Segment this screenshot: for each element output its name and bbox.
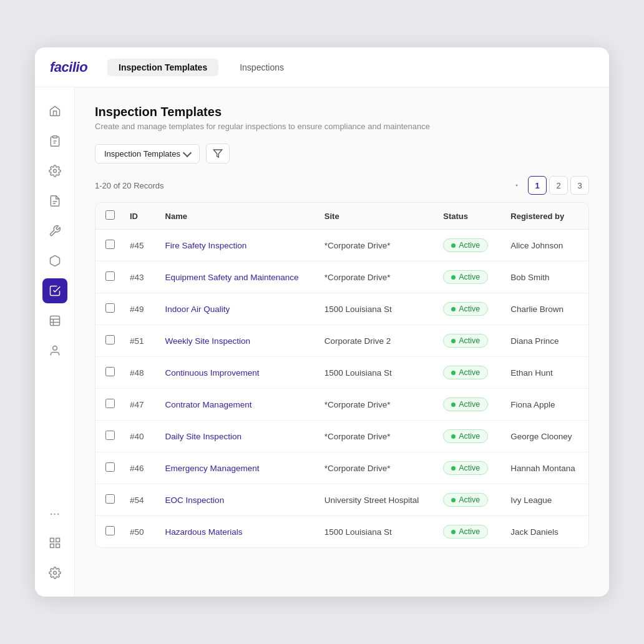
row-checkbox-0[interactable] (105, 240, 115, 249)
svg-point-3 (53, 170, 56, 173)
row-checkbox-5[interactable] (105, 399, 115, 408)
logo: facilio (50, 59, 87, 76)
row-id: #40 (120, 421, 155, 452)
row-name[interactable]: EOC Inspection (155, 484, 315, 516)
row-site: University Street Hospital (315, 484, 434, 516)
sidebar-home-icon[interactable] (42, 99, 67, 124)
row-checkbox-8[interactable] (105, 494, 115, 504)
sidebar-tool-icon[interactable] (42, 218, 67, 243)
status-dot-icon (451, 371, 456, 375)
page-subtitle: Create and manage templates for regular … (95, 122, 589, 131)
row-name[interactable]: Fire Safety Inspection (155, 230, 315, 261)
table-row: #49 Indoor Air Quality 1500 Louisiana St… (95, 293, 588, 325)
page-2-button[interactable]: 2 (549, 176, 568, 195)
filter-dropdown[interactable]: Inspection Templates (95, 144, 200, 163)
row-status: Active (433, 230, 500, 261)
svg-point-10 (52, 346, 57, 351)
status-dot-icon (451, 402, 456, 407)
row-name[interactable]: Equipment Safety and Maintenance (155, 261, 315, 293)
sidebar-more-icon[interactable]: ··· (49, 501, 60, 525)
header-registered: Registered by (500, 203, 588, 230)
main-layout: ··· Inspection Templates Create and mana… (35, 87, 609, 597)
page-3-button[interactable]: 3 (570, 176, 589, 195)
status-dot-icon (451, 339, 456, 343)
row-name[interactable]: Weekly Site Inspection (155, 325, 315, 357)
row-checkbox-cell (95, 230, 120, 261)
row-name[interactable]: Continuous Improvement (155, 357, 315, 389)
header-checkbox-col (95, 203, 120, 230)
sidebar-gear-icon[interactable] (42, 159, 67, 183)
header-site: Site (315, 203, 434, 230)
row-checkbox-2[interactable] (105, 303, 115, 313)
svg-rect-6 (50, 316, 59, 326)
row-site: *Corporate Drive* (315, 452, 434, 484)
page-1-button[interactable]: 1 (528, 176, 547, 195)
table-row: #50 Hazardous Materials 1500 Louisiana S… (95, 516, 588, 548)
tab-inspection-templates[interactable]: Inspection Templates (107, 59, 218, 76)
svg-rect-11 (50, 539, 54, 542)
sidebar-grid-icon[interactable] (42, 530, 67, 555)
row-registered: Diana Prince (500, 325, 588, 357)
row-checkbox-3[interactable] (105, 335, 115, 344)
records-bar: 1-20 of 20 Records 1 2 3 (95, 176, 589, 195)
status-badge: Active (443, 238, 488, 252)
table-row: #45 Fire Safety Inspection *Corporate Dr… (95, 230, 588, 261)
row-status: Active (433, 421, 500, 452)
svg-rect-0 (52, 136, 57, 138)
pagination-prev[interactable] (508, 177, 525, 194)
header-status: Status (433, 203, 500, 230)
row-registered: Jack Daniels (500, 516, 588, 548)
row-checkbox-cell (95, 325, 120, 357)
row-site: *Corporate Drive* (315, 230, 434, 261)
svg-rect-14 (50, 544, 54, 548)
header-id: ID (120, 203, 155, 230)
sidebar-box-icon[interactable] (42, 248, 67, 273)
row-checkbox-9[interactable] (105, 526, 115, 535)
row-checkbox-cell (95, 389, 120, 421)
row-checkbox-1[interactable] (105, 271, 115, 281)
row-name[interactable]: Contrator Management (155, 389, 315, 421)
row-id: #45 (120, 230, 155, 261)
row-checkbox-4[interactable] (105, 367, 115, 376)
status-badge: Active (443, 461, 488, 475)
row-site: 1500 Louisiana St (315, 293, 434, 325)
sidebar: ··· (35, 87, 75, 597)
row-name[interactable]: Emergency Management (155, 452, 315, 484)
row-id: #47 (120, 389, 155, 421)
tab-inspections[interactable]: Inspections (228, 59, 295, 76)
status-dot-icon (451, 275, 456, 280)
row-id: #43 (120, 261, 155, 293)
status-badge: Active (443, 493, 488, 507)
table-row: #48 Continuous Improvement 1500 Louisian… (95, 357, 588, 389)
main-content: Inspection Templates Create and manage t… (75, 87, 609, 597)
status-dot-icon (451, 498, 456, 502)
status-badge: Active (443, 302, 488, 316)
filter-icon-button[interactable] (206, 144, 230, 163)
sidebar-clipboard-icon[interactable] (42, 129, 67, 154)
sidebar-document-icon[interactable] (42, 188, 67, 213)
row-name[interactable]: Daily Site Inspection (155, 421, 315, 452)
row-site: Corporate Drive 2 (315, 325, 434, 357)
row-checkbox-7[interactable] (105, 462, 115, 472)
chevron-down-icon (183, 149, 192, 157)
select-all-checkbox[interactable] (105, 210, 115, 220)
sidebar-table-icon[interactable] (42, 308, 67, 333)
row-name[interactable]: Indoor Air Quality (155, 293, 315, 325)
row-registered: Charlie Brown (500, 293, 588, 325)
status-dot-icon (451, 243, 456, 248)
svg-marker-16 (213, 150, 222, 157)
status-badge: Active (443, 334, 488, 348)
sidebar-person-icon[interactable] (42, 338, 67, 363)
row-name[interactable]: Hazardous Materials (155, 516, 315, 548)
row-registered: Alice Johnson (500, 230, 588, 261)
records-count: 1-20 of 20 Records (95, 181, 164, 190)
row-status: Active (433, 261, 500, 293)
row-site: *Corporate Drive* (315, 421, 434, 452)
status-dot-icon (451, 530, 456, 534)
sidebar-inspection-icon[interactable] (42, 278, 67, 303)
row-checkbox-cell (95, 357, 120, 389)
row-checkbox-6[interactable] (105, 431, 115, 440)
sidebar-settings-icon[interactable] (42, 560, 67, 585)
row-site: *Corporate Drive* (315, 389, 434, 421)
status-badge: Active (443, 366, 488, 379)
